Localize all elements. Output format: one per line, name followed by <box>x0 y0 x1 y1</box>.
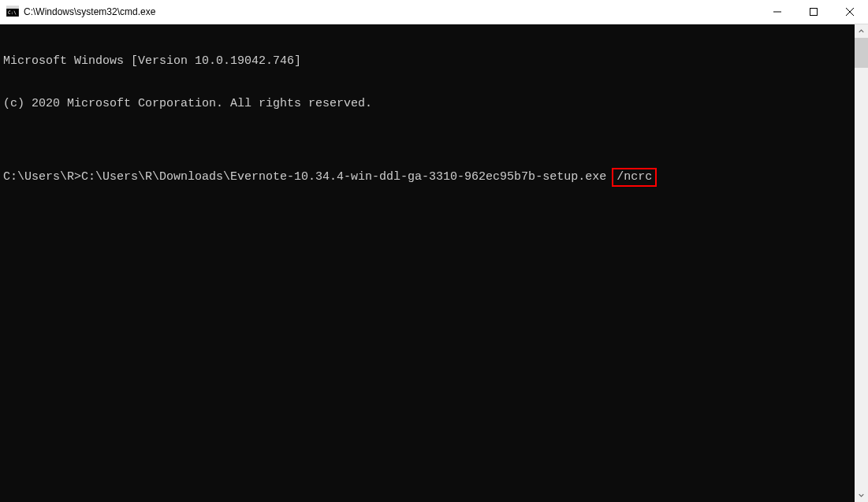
close-button[interactable] <box>832 0 868 24</box>
chevron-up-icon <box>859 28 864 34</box>
terminal-line-command: C:\Users\R>C:\Users\R\Downloads\Evernote… <box>3 168 855 187</box>
vertical-scrollbar[interactable] <box>855 24 868 502</box>
window-frame: C:\ C:\Windows\system32\cmd.exe <box>0 0 868 502</box>
content-area: Microsoft Windows [Version 10.0.19042.74… <box>0 24 868 502</box>
terminal-line-version: Microsoft Windows [Version 10.0.19042.74… <box>3 54 855 69</box>
terminal-output[interactable]: Microsoft Windows [Version 10.0.19042.74… <box>0 24 855 502</box>
window-controls <box>759 0 868 24</box>
window-title: C:\Windows\system32\cmd.exe <box>24 6 759 17</box>
cmd-icon: C:\ <box>6 6 19 18</box>
chevron-down-icon <box>859 493 864 498</box>
scroll-up-button[interactable] <box>855 24 868 38</box>
command-path: C:\Users\R\Downloads\Evernote-10.34.4-wi… <box>81 170 613 184</box>
maximize-button[interactable] <box>795 0 832 24</box>
scroll-thumb[interactable] <box>855 38 868 68</box>
highlighted-flag: /ncrc <box>612 168 657 187</box>
terminal-line-copyright: (c) 2020 Microsoft Corporation. All righ… <box>3 97 855 111</box>
svg-rect-4 <box>810 9 818 16</box>
titlebar[interactable]: C:\ C:\Windows\system32\cmd.exe <box>0 0 868 24</box>
scroll-down-button[interactable] <box>855 489 868 502</box>
close-icon <box>846 8 854 16</box>
minimize-button[interactable] <box>759 0 795 24</box>
svg-rect-1 <box>6 6 19 9</box>
scroll-track[interactable] <box>855 38 868 489</box>
svg-text:C:\: C:\ <box>8 9 17 15</box>
maximize-icon <box>810 8 818 16</box>
minimize-icon <box>773 8 781 16</box>
prompt-prefix: C:\Users\R> <box>3 170 81 184</box>
